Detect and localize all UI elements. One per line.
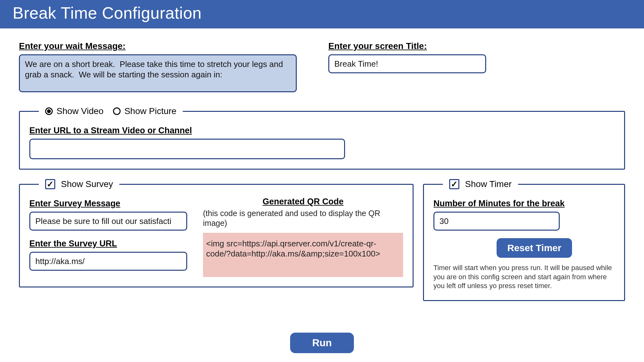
radio-show-video[interactable]: Show Video — [45, 106, 104, 116]
radio-show-picture[interactable]: Show Picture — [113, 106, 176, 116]
survey-message-label: Enter Survey Message — [29, 199, 187, 208]
stream-url-input[interactable] — [29, 139, 345, 159]
show-survey-checkbox[interactable]: ✓ — [45, 179, 55, 189]
minutes-input[interactable] — [433, 212, 560, 231]
run-button[interactable]: Run — [290, 333, 354, 353]
radio-show-video-label: Show Video — [57, 106, 104, 116]
app-header: Break Time Configuration — [0, 0, 644, 28]
timer-note: Timer will start when you press run. It … — [433, 263, 615, 291]
show-timer-label: Show Timer — [465, 179, 512, 189]
stream-url-label: Enter URL to a Stream Video or Channel — [29, 126, 615, 136]
survey-url-label: Enter the Survey URL — [29, 239, 187, 249]
minutes-label: Number of Minutes for the break — [433, 199, 615, 208]
main-content: Enter your wait Message: Enter your scre… — [0, 28, 644, 359]
survey-url-input[interactable] — [29, 252, 187, 271]
radio-show-picture-label: Show Picture — [124, 106, 176, 116]
radio-icon — [113, 107, 121, 115]
reset-timer-button[interactable]: Reset Timer — [497, 238, 572, 258]
radio-icon — [45, 107, 53, 115]
check-icon: ✓ — [47, 180, 54, 188]
survey-group: ✓ Show Survey Enter Survey Message Enter… — [19, 179, 414, 287]
wait-message-label: Enter your wait Message: — [19, 41, 297, 51]
page-title: Break Time Configuration — [13, 3, 202, 22]
screen-title-input[interactable] — [328, 54, 486, 73]
wait-message-input[interactable] — [19, 54, 297, 92]
show-timer-checkbox[interactable]: ✓ — [449, 179, 459, 189]
survey-message-input[interactable] — [29, 212, 187, 231]
qr-code-title: Generated QR Code — [203, 197, 403, 207]
qr-code-note: (this code is generated and used to disp… — [203, 208, 403, 228]
show-survey-label: Show Survey — [61, 179, 113, 189]
timer-group: ✓ Show Timer Number of Minutes for the b… — [423, 179, 625, 301]
screen-title-label: Enter your screen Title: — [328, 41, 486, 51]
qr-code-output: <img src=https://api.qrserver.com/v1/cre… — [203, 233, 403, 277]
check-icon: ✓ — [451, 180, 458, 188]
media-group: Show Video Show Picture Enter URL to a S… — [19, 106, 625, 170]
